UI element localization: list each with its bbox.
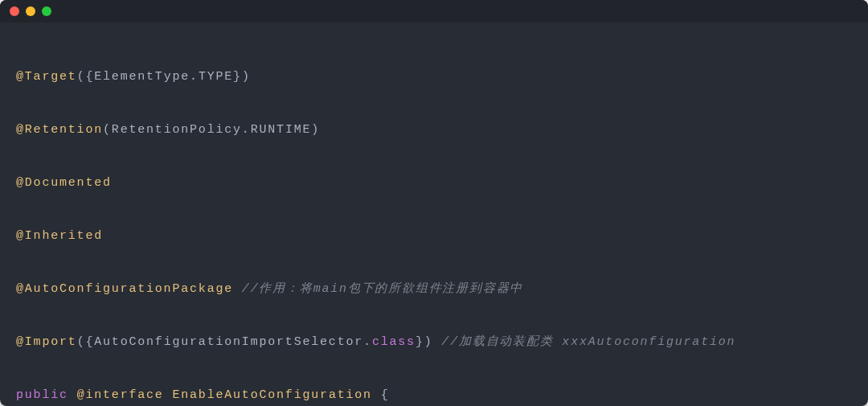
keyword-public: public xyxy=(16,388,68,402)
comment-import: //加载自动装配类 xxxAutoconfiguration xyxy=(441,335,735,349)
code-line: @AutoConfigurationPackage //作用：将main包下的所… xyxy=(16,276,852,302)
punct: ) xyxy=(311,123,320,137)
code-line: @Target({ElementType.TYPE}) xyxy=(16,64,852,90)
punct: . xyxy=(242,123,251,137)
annotation-inherited: @Inherited xyxy=(16,229,103,243)
code-line: @Retention(RetentionPolicy.RUNTIME) xyxy=(16,117,852,143)
keyword-class: class xyxy=(372,335,416,349)
keyword-interface: @interface xyxy=(77,388,164,402)
type-elementtype: ElementType xyxy=(94,70,190,84)
annotation-import: @Import xyxy=(16,335,77,349)
code-window: @Target({ElementType.TYPE}) @Retention(R… xyxy=(0,0,868,406)
window-titlebar xyxy=(0,0,868,23)
class-enableautoconfig: EnableAutoConfiguration xyxy=(172,388,371,402)
punct: ({ xyxy=(77,70,95,84)
punct: }) xyxy=(416,335,433,349)
code-line: public @interface EnableAutoConfiguratio… xyxy=(16,382,852,406)
code-line: @Inherited xyxy=(16,223,852,249)
punct: ({ xyxy=(77,335,95,349)
const-type: TYPE xyxy=(199,70,233,84)
punct: }) xyxy=(233,70,251,84)
const-runtime: RUNTIME xyxy=(251,123,312,137)
annotation-documented: @Documented xyxy=(16,176,112,190)
code-line: @Import({AutoConfigurationImportSelector… xyxy=(16,329,852,355)
code-content: @Target({ElementType.TYPE}) @Retention(R… xyxy=(0,23,868,406)
annotation-retention: @Retention xyxy=(16,123,103,137)
comment-autoconfigpkg: //作用：将main包下的所欲组件注册到容器中 xyxy=(242,282,523,296)
code-line: @Documented xyxy=(16,170,852,196)
close-icon[interactable] xyxy=(10,6,19,16)
type-autoconfigimportselector: AutoConfigurationImportSelector xyxy=(94,335,363,349)
annotation-target: @Target xyxy=(16,70,77,84)
punct: . xyxy=(363,335,372,349)
punct: { xyxy=(381,388,390,402)
maximize-icon[interactable] xyxy=(42,6,51,16)
type-retentionpolicy: RetentionPolicy xyxy=(112,123,242,137)
punct: . xyxy=(190,70,199,84)
punct: ( xyxy=(103,123,112,137)
minimize-icon[interactable] xyxy=(26,6,35,16)
annotation-autoconfigpackage: @AutoConfigurationPackage xyxy=(16,282,233,296)
